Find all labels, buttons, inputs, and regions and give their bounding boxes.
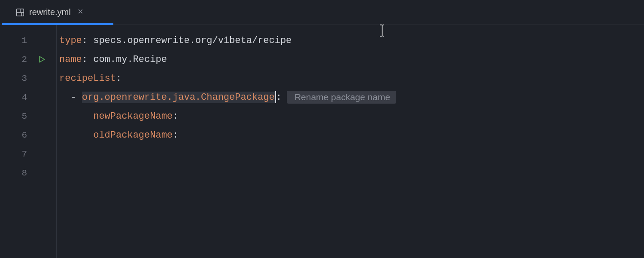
code-line[interactable]: newPackageName: — [57, 107, 644, 126]
yaml-value: specs.openrewrite.org/v1beta/recipe — [93, 35, 292, 46]
svg-marker-4 — [39, 56, 45, 62]
yaml-key: org.openrewrite.java.ChangePackage — [82, 92, 275, 103]
inline-hint: Rename package name — [287, 91, 396, 104]
file-tab[interactable]: rewrite.yml × — [12, 0, 87, 25]
line-number[interactable]: 4 — [0, 88, 56, 107]
code-content[interactable]: type: specs.openrewrite.org/v1beta/recip… — [57, 25, 644, 258]
tab-filename: rewrite.yml — [29, 7, 71, 17]
file-icon — [15, 8, 25, 17]
yaml-value: com.my.Recipe — [93, 54, 167, 65]
yaml-key: oldPackageName — [93, 130, 173, 141]
code-line[interactable] — [57, 163, 644, 182]
yaml-key: newPackageName — [93, 111, 173, 122]
code-line[interactable]: oldPackageName: — [57, 126, 644, 144]
line-number[interactable]: 7 — [0, 144, 56, 163]
code-line[interactable]: - org.openrewrite.java.ChangePackage:Ren… — [57, 88, 644, 107]
yaml-key: name — [59, 54, 82, 65]
yaml-key: recipeList — [59, 73, 116, 84]
editor-area: 1 2 3 4 5 6 7 8 type: specs.openrewrite.… — [0, 25, 644, 258]
close-icon[interactable]: × — [78, 7, 83, 18]
yaml-key: type — [59, 35, 82, 46]
yaml-dash: - — [70, 92, 82, 103]
line-number[interactable]: 5 — [0, 107, 56, 126]
line-number[interactable]: 1 — [0, 31, 56, 50]
line-number[interactable]: 3 — [0, 69, 56, 88]
line-number[interactable]: 6 — [0, 126, 56, 144]
code-line[interactable]: recipeList: — [57, 69, 644, 88]
line-number[interactable]: 2 — [0, 50, 56, 69]
gutter: 1 2 3 4 5 6 7 8 — [0, 25, 57, 258]
code-line[interactable]: name: com.my.Recipe — [57, 50, 644, 69]
code-line[interactable]: type: specs.openrewrite.org/v1beta/recip… — [57, 31, 644, 50]
code-line[interactable] — [57, 144, 644, 163]
tab-bar: rewrite.yml × — [0, 0, 644, 25]
play-icon[interactable] — [37, 55, 46, 64]
line-number[interactable]: 8 — [0, 163, 56, 182]
